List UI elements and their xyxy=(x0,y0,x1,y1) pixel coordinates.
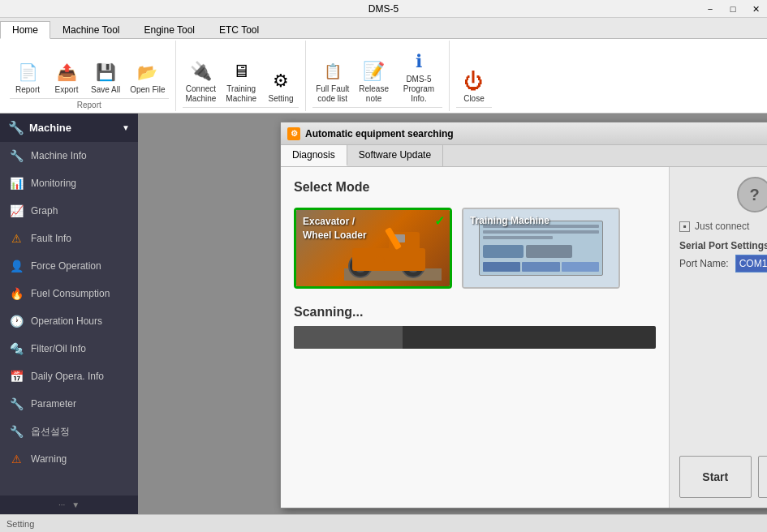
export-label: Export xyxy=(55,85,79,95)
training-machine-button[interactable]: 🖥 TrainingMachine xyxy=(222,57,260,105)
connect-label: ConnectMachine xyxy=(186,84,217,104)
setting-button[interactable]: ⚙ Setting xyxy=(263,66,299,105)
ophours-icon: 🕐 xyxy=(8,313,24,329)
progress-bar-fill xyxy=(294,326,403,349)
sidebar-item-graph[interactable]: 📈 Graph xyxy=(0,197,138,225)
svg-rect-5 xyxy=(352,248,425,271)
report-label: Report xyxy=(15,85,40,95)
title-bar: DMS-5 − □ ✕ xyxy=(0,0,767,18)
training-row-2 xyxy=(483,230,599,234)
training-mode-card[interactable]: Training Machine xyxy=(462,208,620,289)
sidebar-item-filter[interactable]: 🔩 Filter/Oil Info xyxy=(0,335,138,363)
sidebar-item-daily[interactable]: 📅 Daily Opera. Info xyxy=(0,363,138,390)
options-icon: 🔧 xyxy=(8,423,24,440)
excavator-mode-card[interactable]: Excavator /Wheel Loader ✓ xyxy=(294,208,452,289)
graph-icon: 📈 xyxy=(8,203,24,219)
dms5-label: DMS-5 ProgramInfo. xyxy=(399,75,439,104)
ribbon-group-fault: 📋 Full Faultcode list 📝 Releasenote ℹ DM… xyxy=(306,41,450,111)
open-icon: 📂 xyxy=(135,59,161,85)
ribbon-group-report: 📄 Report 📤 Export 💾 Save All 📂 Open File… xyxy=(3,41,176,111)
modal-body: Select Mode Excavator /Wheel Loader ✓ xyxy=(281,167,767,508)
sidebar-arrow-icon: ▼ xyxy=(122,123,130,132)
parameter-label: Parameter xyxy=(31,398,76,410)
connect-machine-button[interactable]: 🔌 ConnectMachine xyxy=(183,57,220,105)
report-group-label: Report xyxy=(10,98,169,109)
status-bar: Setting xyxy=(0,514,767,532)
open-file-button[interactable]: 📂 Open File xyxy=(127,58,168,97)
sidebar-item-warning[interactable]: ⚠ Warning xyxy=(0,445,138,473)
minimize-button[interactable]: − xyxy=(699,0,722,18)
modal-action-buttons: Start Cancel xyxy=(679,456,767,498)
help-button[interactable]: ? xyxy=(737,177,768,212)
just-connect-row: ▪ Just connect xyxy=(679,221,767,232)
tab-engine-tool[interactable]: Engine Tool xyxy=(132,20,208,38)
start-button[interactable]: Start xyxy=(679,456,752,498)
modal-tab-diagnosis[interactable]: Diagnosis xyxy=(281,145,347,166)
modal-tab-software-update[interactable]: Software Update xyxy=(347,145,443,166)
serial-port-label: Serial Port Settings xyxy=(679,240,767,251)
modal-right-panel: ? ▪ Just connect Serial Port Settings Po… xyxy=(669,167,767,508)
ophours-label: Operation Hours xyxy=(31,315,102,327)
sidebar-footer: ··· ▼ xyxy=(0,496,138,514)
release-note-button[interactable]: 📝 Releasenote xyxy=(355,57,392,105)
save-all-button[interactable]: 💾 Save All xyxy=(88,58,123,97)
sidebar-item-operation-hours[interactable]: 🕐 Operation Hours xyxy=(0,307,138,335)
ribbon-tabs: Home Machine Tool Engine Tool ETC Tool xyxy=(0,18,767,39)
sidebar-item-monitoring[interactable]: 📊 Monitoring xyxy=(0,169,138,197)
close-app-button[interactable]: ⏻ Close xyxy=(456,66,492,105)
ribbon: 📄 Report 📤 Export 💾 Save All 📂 Open File… xyxy=(0,39,767,114)
warning-label: Warning xyxy=(31,453,67,465)
excavator-checkmark: ✓ xyxy=(434,213,445,229)
just-connect-checkbox[interactable]: ▪ xyxy=(679,221,690,232)
export-button[interactable]: 📤 Export xyxy=(49,58,84,97)
close-button[interactable]: ✕ xyxy=(744,0,767,18)
warning-icon: ⚠ xyxy=(8,451,24,467)
modal-title: Automatic equipment searching xyxy=(305,128,454,139)
main-area: 🔧 Machine ▼ 🔧 Machine Info 📊 Monitoring … xyxy=(0,114,767,514)
just-connect-label: Just connect xyxy=(695,221,749,232)
sidebar: 🔧 Machine ▼ 🔧 Machine Info 📊 Monitoring … xyxy=(0,114,138,514)
sidebar-item-fuel[interactable]: 🔥 Fuel Consumption xyxy=(0,280,138,307)
tab-machine-tool[interactable]: Machine Tool xyxy=(50,20,132,38)
fault-group-label xyxy=(312,107,442,109)
port-value: COM1 xyxy=(739,258,767,269)
port-name-row: Port Name: COM1 ▼ xyxy=(679,255,767,272)
sidebar-item-options[interactable]: 🔧 옵션설정 xyxy=(0,418,138,445)
maximize-button[interactable]: □ xyxy=(722,0,744,18)
monitoring-icon: 📊 xyxy=(8,175,24,191)
serial-port-section: Serial Port Settings Port Name: COM1 ▼ xyxy=(679,240,767,272)
sidebar-header[interactable]: 🔧 Machine ▼ xyxy=(0,114,138,142)
export-icon: 📤 xyxy=(54,59,80,85)
training-screen xyxy=(479,221,603,275)
machine-group-label xyxy=(183,107,299,109)
sidebar-header-label: Machine xyxy=(29,122,71,134)
tab-home[interactable]: Home xyxy=(0,21,50,39)
port-select-dropdown[interactable]: COM1 ▼ xyxy=(735,255,767,272)
save-label: Save All xyxy=(91,85,120,95)
sidebar-footer-text: ··· xyxy=(58,500,65,509)
sidebar-item-machine-info[interactable]: 🔧 Machine Info xyxy=(0,142,138,169)
app-title: DMS-5 xyxy=(368,3,399,15)
fault-icon: 📋 xyxy=(320,58,346,84)
filter-icon: 🔩 xyxy=(8,341,24,357)
full-fault-button[interactable]: 📋 Full Faultcode list xyxy=(312,57,352,105)
title-bar-controls: − □ ✕ xyxy=(699,0,767,18)
sidebar-item-force-operation[interactable]: 👤 Force Operation xyxy=(0,252,138,280)
sidebar-item-parameter[interactable]: 🔧 Parameter xyxy=(0,390,138,418)
setting-label: Setting xyxy=(269,94,294,104)
report-button[interactable]: 📄 Report xyxy=(10,58,45,97)
sidebar-expand-icon[interactable]: ▼ xyxy=(71,500,80,509)
dms5-info-button[interactable]: ℹ DMS-5 ProgramInfo. xyxy=(395,47,442,105)
release-icon: 📝 xyxy=(361,58,387,84)
training-icon: 🖥 xyxy=(228,58,254,84)
tab-etc-tool[interactable]: ETC Tool xyxy=(207,20,271,38)
machine-info-label: Machine Info xyxy=(31,150,87,161)
sidebar-item-fault-info[interactable]: ⚠ Fault Info xyxy=(0,225,138,252)
fault-info-label: Fault Info xyxy=(31,233,71,244)
modal-app-icon: ⚙ xyxy=(287,127,300,140)
modal-tabs: Diagnosis Software Update xyxy=(281,145,767,167)
fault-info-icon: ⚠ xyxy=(8,230,24,247)
cancel-button[interactable]: Cancel xyxy=(758,456,768,498)
graph-label: Graph xyxy=(31,205,58,217)
port-name-label: Port Name: xyxy=(679,258,729,269)
